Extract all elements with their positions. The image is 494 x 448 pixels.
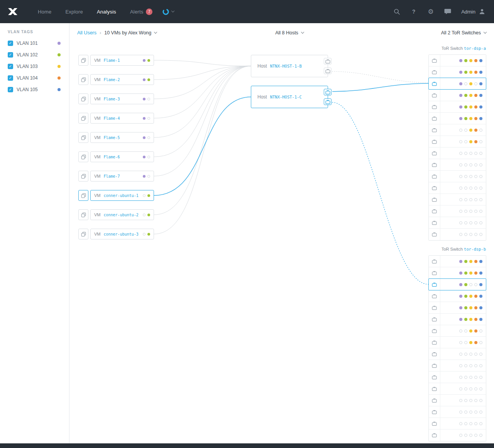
tor-port-row[interactable] bbox=[429, 159, 486, 171]
tor-port-row[interactable] bbox=[429, 55, 486, 66]
host-card-ntnx-host-1-b[interactable]: Host NTNX-HOST-1-B bbox=[251, 55, 328, 77]
vlan-checkbox[interactable]: ✓ bbox=[8, 64, 13, 69]
host-port-icon[interactable] bbox=[324, 98, 332, 105]
tor-port-row[interactable] bbox=[429, 124, 486, 136]
vm-card-flame-6[interactable]: VMFlame-6 bbox=[78, 151, 154, 162]
vlan-dot bbox=[459, 422, 462, 425]
vm-group-dropdown[interactable]: 10 VMs by Alex Wong bbox=[104, 30, 157, 36]
loading-spinner-dropdown[interactable] bbox=[162, 8, 174, 15]
vlan-dot bbox=[459, 387, 462, 390]
vlan-checkbox[interactable]: ✓ bbox=[8, 75, 13, 81]
tor-port-row[interactable] bbox=[429, 429, 486, 441]
connection-line bbox=[332, 83, 428, 92]
breadcrumb-all-users-link[interactable]: All Users bbox=[77, 30, 96, 36]
port-icon bbox=[429, 383, 440, 394]
tor-port-row[interactable] bbox=[429, 267, 486, 279]
nav-item-analysis[interactable]: Analysis bbox=[90, 0, 123, 23]
vlan-dot bbox=[143, 117, 145, 120]
vlan-dot bbox=[459, 210, 462, 213]
host-device-icon bbox=[432, 271, 437, 275]
port-icon bbox=[429, 205, 440, 217]
tor-port-row[interactable] bbox=[429, 372, 486, 383]
vlan-checkbox[interactable]: ✓ bbox=[8, 41, 13, 46]
tor-port-row[interactable] bbox=[429, 229, 486, 240]
port-icon bbox=[429, 256, 440, 267]
tor-port-row[interactable] bbox=[429, 290, 486, 302]
tor-port-row[interactable] bbox=[429, 406, 486, 418]
vlan-dot bbox=[474, 329, 477, 333]
vm-card-flame-4[interactable]: VMFlame-4 bbox=[78, 113, 154, 124]
vm-card-flame-5[interactable]: VMFlame-5 bbox=[78, 132, 154, 143]
tor-port-row[interactable] bbox=[429, 171, 486, 182]
tor-port-row[interactable] bbox=[429, 325, 486, 337]
chat-icon[interactable] bbox=[444, 8, 451, 15]
switches-filter-dropdown[interactable]: All 2 ToR Switches bbox=[441, 23, 486, 42]
admin-menu[interactable]: Admin bbox=[461, 8, 486, 15]
tor-port-row[interactable] bbox=[429, 90, 486, 101]
tor-port-row[interactable] bbox=[429, 302, 486, 314]
tor-port-row[interactable] bbox=[429, 314, 486, 325]
sidebar-item-vlan-105[interactable]: ✓VLAN 105 bbox=[0, 84, 69, 95]
host-port-icon[interactable] bbox=[324, 68, 332, 74]
vm-card-flame-7[interactable]: VMFlame-7 bbox=[78, 171, 154, 182]
vm-card-conner-ubuntu-1[interactable]: VMconner-ubuntu-1 bbox=[78, 190, 154, 201]
tor-port-row[interactable] bbox=[429, 205, 486, 217]
nutanix-logo[interactable] bbox=[8, 7, 18, 16]
tor-port-row[interactable] bbox=[429, 395, 486, 406]
spinner-icon bbox=[162, 8, 169, 15]
sidebar-item-vlan-102[interactable]: ✓VLAN 102 bbox=[0, 49, 69, 61]
tor-port-row[interactable] bbox=[429, 418, 486, 429]
nav-item-alerts[interactable]: Alerts7 bbox=[123, 0, 159, 23]
vm-icon-box bbox=[78, 74, 88, 85]
vm-icon bbox=[81, 116, 86, 121]
vm-card-flame-2[interactable]: VMFlame-2 bbox=[78, 74, 154, 85]
tor-port-row[interactable] bbox=[429, 337, 486, 348]
vm-type-label: VM bbox=[94, 116, 101, 120]
tor-port-row[interactable] bbox=[429, 217, 486, 229]
host-device-icon bbox=[432, 70, 437, 75]
tor-port-row[interactable] bbox=[429, 279, 486, 290]
tor-port-row[interactable] bbox=[429, 360, 486, 372]
sidebar-item-vlan-101[interactable]: ✓VLAN 101 bbox=[0, 37, 69, 49]
nav-item-explore[interactable]: Explore bbox=[58, 0, 90, 23]
tor-port-row[interactable] bbox=[429, 256, 486, 267]
vlan-dot bbox=[469, 117, 472, 120]
vm-card-conner-ubuntu-3[interactable]: VMconner-ubuntu-3 bbox=[78, 229, 154, 239]
vlan-dot bbox=[474, 140, 477, 143]
sidebar-item-vlan-103[interactable]: ✓VLAN 103 bbox=[0, 61, 69, 72]
vm-card-conner-ubuntu-2[interactable]: VMconner-ubuntu-2 bbox=[78, 209, 154, 220]
port-icon bbox=[429, 55, 440, 66]
search-icon[interactable] bbox=[393, 8, 400, 15]
tor-port-row[interactable] bbox=[429, 182, 486, 194]
port-vlan-dots bbox=[440, 148, 486, 159]
help-icon[interactable]: ? bbox=[410, 8, 417, 15]
tor-port-row[interactable] bbox=[429, 383, 486, 395]
tor-port-row[interactable] bbox=[429, 348, 486, 360]
sidebar-item-vlan-104[interactable]: ✓VLAN 104 bbox=[0, 72, 69, 84]
host-card-ntnx-host-1-c[interactable]: Host NTNX-HOST-1-C bbox=[251, 86, 328, 108]
tor-port-row[interactable] bbox=[429, 66, 486, 78]
vlan-checkbox[interactable]: ✓ bbox=[8, 87, 13, 92]
vlan-checkbox[interactable]: ✓ bbox=[8, 52, 13, 58]
tor-port-row[interactable] bbox=[429, 113, 486, 124]
nav-item-home[interactable]: Home bbox=[31, 0, 58, 23]
sidebar-title: VLAN TAGS bbox=[8, 30, 61, 34]
host-port-icon[interactable] bbox=[324, 58, 332, 64]
host-device-icon bbox=[432, 128, 437, 132]
vlan-dot bbox=[469, 411, 472, 414]
footer-bar bbox=[0, 443, 494, 448]
vm-card-flame-3[interactable]: VMFlame-3 bbox=[78, 93, 154, 104]
tor-port-row[interactable] bbox=[429, 78, 486, 90]
tor-port-row[interactable] bbox=[429, 194, 486, 205]
hosts-filter-dropdown[interactable]: All 8 Hosts bbox=[251, 23, 328, 42]
settings-gear-icon[interactable]: ⚙ bbox=[427, 8, 434, 15]
tor-port-row[interactable] bbox=[429, 148, 486, 159]
vm-card-flame-1[interactable]: VMFlame-1 bbox=[78, 55, 154, 66]
vm-type-label: VM bbox=[94, 154, 101, 159]
host-port-icon[interactable] bbox=[324, 89, 332, 95]
tor-port-row[interactable] bbox=[429, 136, 486, 148]
tor-port-row[interactable] bbox=[429, 101, 486, 113]
vm-name: Flame-5 bbox=[104, 136, 120, 140]
port-vlan-dots bbox=[440, 360, 486, 371]
vlan-dot bbox=[459, 117, 462, 120]
